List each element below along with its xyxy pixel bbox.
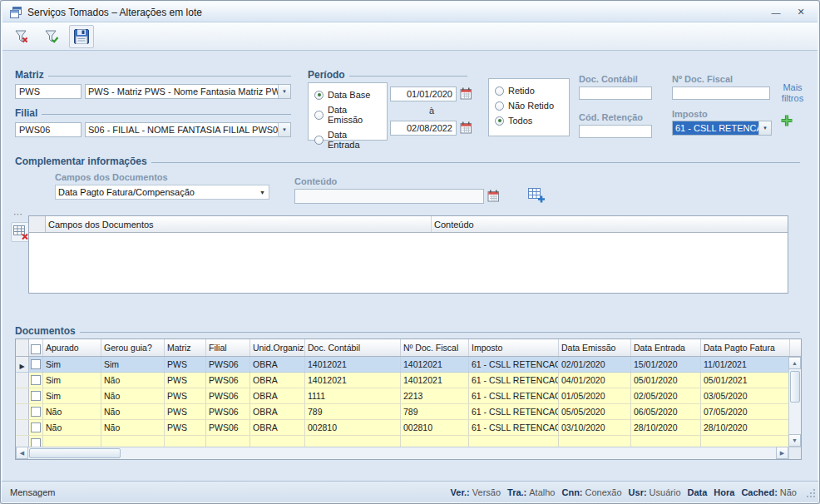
- column-header-num_doc_fiscal[interactable]: Nº Doc. Fiscal: [401, 339, 469, 356]
- column-header-apurado[interactable]: Apurado: [43, 339, 101, 356]
- row-checkbox[interactable]: [31, 438, 41, 447]
- calendar-icon[interactable]: [487, 190, 500, 202]
- column-header-unid_organiz[interactable]: Unid.Organiz.: [250, 339, 305, 356]
- mais-filtros-label: Mais filtros: [773, 82, 812, 104]
- app-icon: [9, 6, 22, 19]
- add-row-button[interactable]: [527, 185, 546, 204]
- cell-gerou_guia: [101, 436, 165, 447]
- chevron-down-icon[interactable]: ▼: [278, 123, 290, 136]
- table-delete-icon: [12, 224, 29, 240]
- radio-data-base[interactable]: Data Base: [314, 90, 381, 100]
- complementar-section-label: Complementar informações: [15, 156, 800, 167]
- column-header-data_pagto_fatura[interactable]: Data Pagto Fatura: [701, 339, 790, 356]
- row-checkbox-cell: [29, 404, 43, 419]
- conteudo-field[interactable]: [294, 189, 484, 204]
- chevron-down-icon[interactable]: ▼: [758, 121, 771, 135]
- date-to-field[interactable]: 02/08/2022: [390, 121, 457, 136]
- column-header-data_entrada[interactable]: Data Entrada: [631, 339, 701, 356]
- doc-contabil-field[interactable]: [579, 86, 652, 100]
- num-doc-fiscal-label: Nº Doc. Fiscal: [672, 74, 733, 84]
- cell-filial: PWS06: [206, 357, 250, 372]
- minimize-button[interactable]: —: [766, 7, 786, 17]
- row-selector-cell: ▶: [16, 357, 29, 372]
- add-filter-button[interactable]: [780, 114, 793, 127]
- documentos-grid[interactable]: ApuradoGerou guia?MatrizFilialUnid.Organ…: [15, 338, 802, 460]
- imposto-label: Imposto: [672, 109, 708, 119]
- radio-todos[interactable]: Todos: [495, 116, 563, 126]
- complementar-grid[interactable]: Campos dos DocumentosConteúdo: [28, 215, 788, 294]
- row-checkbox[interactable]: [31, 422, 41, 432]
- column-header-doc_contabil[interactable]: Doc. Contábil: [305, 339, 401, 356]
- cod-retencao-field[interactable]: [579, 125, 652, 138]
- row-checkbox[interactable]: [31, 359, 41, 369]
- vertical-scroll-thumb[interactable]: [790, 371, 800, 403]
- cell-unid_organiz: OBRA: [250, 357, 305, 372]
- filial-combo[interactable]: S06 - FILIAL - NOME FANTASIA FILIAL PWS0…: [85, 122, 291, 137]
- calendar-icon[interactable]: [460, 87, 472, 100]
- scroll-down-icon[interactable]: ▼: [788, 434, 801, 447]
- table-row[interactable]: NãoNãoPWSPWS06OBRA00281000281061 - CSLL …: [16, 420, 788, 436]
- radio-icon: [314, 136, 324, 145]
- filial-code-field[interactable]: PWS06: [15, 122, 82, 137]
- resize-grip[interactable]: [806, 488, 816, 500]
- scroll-up-icon[interactable]: ▲: [788, 357, 801, 369]
- table-row[interactable]: NãoNãoPWSPWS06OBRA78978961 - CSLL RETENC…: [16, 404, 788, 420]
- scroll-left-icon[interactable]: ◀: [16, 447, 28, 459]
- cell-doc_contabil: 002810: [305, 420, 401, 435]
- imposto-combo[interactable]: 61 - CSLL RETENCAO ▼: [672, 121, 772, 136]
- cell-doc_contabil: [305, 436, 401, 447]
- table-row[interactable]: ▶SimSimPWSPWS06OBRA140120211401202161 - …: [16, 357, 788, 373]
- date-range-separator: à: [429, 106, 434, 116]
- column-header-filial[interactable]: Filial: [206, 339, 250, 356]
- vertical-scrollbar[interactable]: ▲▼: [788, 357, 801, 447]
- apply-filter-button[interactable]: [39, 25, 64, 48]
- table-row[interactable]: SimNãoPWSPWS06OBRA1111221361 - CSLL RETE…: [16, 388, 788, 404]
- horizontal-scrollbar[interactable]: ◀▶: [16, 447, 788, 459]
- save-button[interactable]: [69, 25, 94, 48]
- cell-filial: PWS06: [206, 373, 250, 388]
- matriz-combo[interactable]: PWS - Matriz PWS - Nome Fantasia Matriz …: [85, 84, 291, 99]
- radio-nao-retido[interactable]: Não Retido: [495, 101, 563, 111]
- column-header-imposto[interactable]: Imposto: [469, 339, 559, 356]
- column-header-gerou_guia[interactable]: Gerou guia?: [101, 339, 165, 356]
- row-checkbox[interactable]: [31, 391, 41, 401]
- cell-matriz: PWS: [165, 420, 206, 435]
- status-segment: Usr:Usuário: [629, 487, 681, 497]
- row-checkbox-cell: [29, 357, 43, 372]
- cell-gerou_guia: Não: [101, 420, 165, 435]
- complementar-column-header[interactable]: Campos dos Documentos: [46, 216, 432, 232]
- cell-data_entrada: [631, 436, 701, 447]
- column-header-data_emissao[interactable]: Data Emissão: [559, 339, 631, 356]
- radio-data-emissao[interactable]: Data Emissão: [314, 105, 381, 125]
- row-checkbox-cell: [29, 420, 43, 435]
- radio-retido[interactable]: Retido: [495, 86, 563, 96]
- select-all-checkbox[interactable]: [31, 344, 41, 354]
- row-checkbox[interactable]: [31, 375, 41, 385]
- documentos-header-row: ApuradoGerou guia?MatrizFilialUnid.Organ…: [16, 339, 801, 357]
- calendar-icon[interactable]: [460, 121, 472, 134]
- radio-data-entrada[interactable]: Data Entrada: [314, 130, 381, 150]
- chevron-down-icon[interactable]: ▼: [278, 85, 290, 98]
- cell-imposto: 61 - CSLL RETENCAO: [469, 388, 559, 403]
- selector-header-cell: [16, 339, 29, 356]
- matriz-code-field[interactable]: PWS: [15, 84, 82, 99]
- chevron-down-icon[interactable]: ▼: [256, 185, 269, 199]
- column-header-matriz[interactable]: Matriz: [165, 339, 206, 356]
- cell-apurado: Não: [43, 420, 101, 435]
- table-row[interactable]: SimNãoPWSPWS06OBRA140120211401202161 - C…: [16, 373, 788, 388]
- date-from-field[interactable]: 01/01/2020: [390, 86, 457, 101]
- table-row[interactable]: [16, 436, 788, 447]
- complementar-column-header[interactable]: Conteúdo: [432, 216, 788, 232]
- num-doc-fiscal-field[interactable]: [672, 86, 770, 100]
- campos-documentos-combo[interactable]: Data Pagto Fatura/Compensação ▼: [55, 185, 269, 200]
- scroll-right-icon[interactable]: ▶: [776, 447, 788, 459]
- close-button[interactable]: ✕: [791, 7, 811, 17]
- save-icon: [72, 27, 91, 46]
- row-checkbox[interactable]: [31, 407, 41, 417]
- cell-num_doc_fiscal: [401, 436, 469, 447]
- row-selector-cell: [16, 436, 29, 447]
- cell-data_emissao: 02/01/2020: [559, 357, 631, 372]
- cell-data_emissao: 05/05/2020: [559, 404, 631, 419]
- clear-filter-button[interactable]: [9, 25, 34, 48]
- horizontal-scroll-thumb[interactable]: [29, 448, 121, 458]
